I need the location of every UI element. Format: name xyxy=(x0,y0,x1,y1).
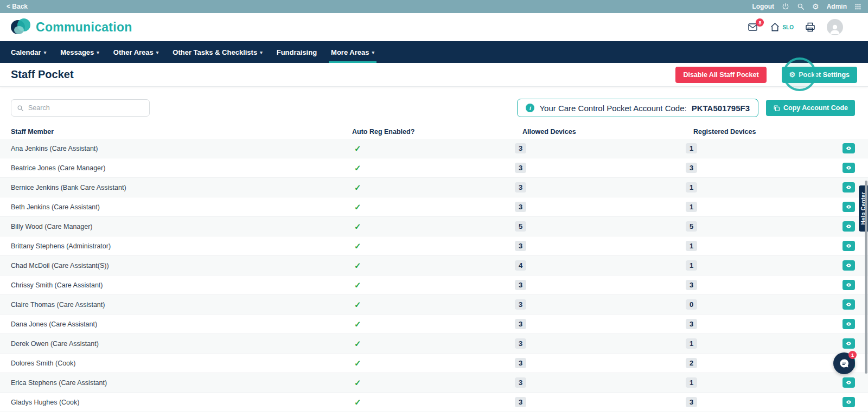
check-icon: ✓ xyxy=(354,397,361,407)
allowed-devices-badge: 3 xyxy=(515,143,526,153)
toolbar-right-group: i Your Care Control Pocket Account Code:… xyxy=(517,99,855,117)
registered-devices-cell: 1 xyxy=(693,260,830,271)
page-title: Staff Pocket xyxy=(11,68,74,81)
view-devices-button[interactable] xyxy=(843,163,855,173)
nav-item-label: More Areas xyxy=(331,48,369,56)
eye-icon xyxy=(845,380,852,386)
disable-all-staff-pocket-button[interactable]: Disable All Staff Pocket xyxy=(675,67,766,83)
scrollbar-thumb[interactable] xyxy=(865,181,867,374)
staff-name: Dana Jones (Care Assistant) xyxy=(11,320,352,328)
pocket-settings-button[interactable]: ⚙ Pocket Settings xyxy=(782,67,857,83)
check-icon: ✓ xyxy=(354,378,361,387)
eye-icon xyxy=(845,145,852,151)
check-icon: ✓ xyxy=(354,144,361,153)
topbar-right-group: Logout ⚙ Admin xyxy=(752,2,861,11)
chevron-down-icon: ▾ xyxy=(372,49,374,55)
allowed-devices-cell: 3 xyxy=(522,319,693,329)
account-code-box: i Your Care Control Pocket Account Code:… xyxy=(517,99,758,117)
view-devices-button[interactable] xyxy=(843,319,855,329)
auto-reg-cell: ✓ xyxy=(352,202,522,212)
beacon-badge: 1 xyxy=(848,351,857,359)
eye-icon xyxy=(845,262,852,268)
search-icon[interactable] xyxy=(797,3,805,10)
back-button[interactable]: < Back xyxy=(7,3,28,10)
eye-icon xyxy=(845,204,852,210)
view-devices-button[interactable] xyxy=(843,202,855,212)
home-icon[interactable]: SLO xyxy=(770,22,794,32)
eye-icon xyxy=(845,321,852,327)
view-devices-button[interactable] xyxy=(843,143,855,153)
allowed-devices-cell: 3 xyxy=(522,358,693,368)
registered-devices-cell: 5 xyxy=(693,221,830,232)
check-icon: ✓ xyxy=(354,163,361,172)
auto-reg-cell: ✓ xyxy=(352,280,522,290)
registered-devices-cell: 3 xyxy=(693,319,830,329)
nav-item-other-tasks-checklists[interactable]: Other Tasks & Checklists ▾ xyxy=(173,41,262,63)
chevron-down-icon: ▾ xyxy=(44,49,47,55)
actions-cell xyxy=(830,280,855,290)
search-box[interactable] xyxy=(11,99,150,117)
print-icon[interactable] xyxy=(805,22,816,33)
staff-name: Bernice Jenkins (Bank Care Assistant) xyxy=(11,184,352,191)
nav-item-calendar[interactable]: Calendar ▾ xyxy=(11,41,46,63)
auto-reg-cell: ✓ xyxy=(352,397,522,407)
table-row: Ana Jenkins (Care Assistant) ✓ 3 1 xyxy=(0,139,868,158)
view-devices-button[interactable] xyxy=(843,299,855,310)
registered-devices-badge: 3 xyxy=(686,163,697,173)
nav-item-fundraising[interactable]: Fundraising xyxy=(277,41,317,63)
page-content: i Your Care Control Pocket Account Code:… xyxy=(0,87,868,412)
allowed-devices-cell: 3 xyxy=(522,397,693,407)
registered-devices-badge: 1 xyxy=(686,377,697,388)
header-icons-group: 8 SLO xyxy=(746,19,857,35)
view-devices-button[interactable] xyxy=(843,397,855,407)
check-icon: ✓ xyxy=(354,222,361,231)
allowed-devices-badge: 3 xyxy=(515,319,526,329)
view-devices-button[interactable] xyxy=(843,260,855,271)
chevron-down-icon: ▾ xyxy=(260,49,263,55)
allowed-devices-cell: 3 xyxy=(522,163,693,173)
title-actions: Disable All Staff Pocket ⚙ Pocket Settin… xyxy=(675,67,857,83)
table-row: Erica Stephens (Care Assistant) ✓ 3 1 xyxy=(0,373,868,393)
nav-item-more-areas[interactable]: More Areas ▾ xyxy=(331,41,374,63)
auto-reg-cell: ✓ xyxy=(352,144,522,153)
copy-account-code-button[interactable]: Copy Account Code xyxy=(766,100,855,116)
view-devices-button[interactable] xyxy=(843,338,855,349)
actions-cell xyxy=(830,202,855,212)
auto-reg-cell: ✓ xyxy=(352,241,522,251)
allowed-devices-badge: 3 xyxy=(515,280,526,290)
view-devices-button[interactable] xyxy=(843,377,855,388)
view-devices-button[interactable] xyxy=(843,241,855,251)
allowed-devices-badge: 3 xyxy=(515,358,526,368)
view-devices-button[interactable] xyxy=(843,280,855,290)
search-input[interactable] xyxy=(28,104,144,112)
actions-cell xyxy=(830,377,855,388)
allowed-devices-cell: 3 xyxy=(522,377,693,388)
mail-icon[interactable]: 8 xyxy=(746,22,759,32)
logout-button[interactable]: Logout xyxy=(752,3,774,10)
gear-icon[interactable]: ⚙ xyxy=(812,2,819,11)
allowed-devices-cell: 3 xyxy=(522,182,693,193)
table-row: Billy Wood (Care Manager) ✓ 5 5 xyxy=(0,217,868,236)
copy-icon xyxy=(773,105,780,112)
nav-item-other-areas[interactable]: Other Areas ▾ xyxy=(113,41,158,63)
view-devices-button[interactable] xyxy=(843,182,855,193)
auto-reg-cell: ✓ xyxy=(352,222,522,232)
apps-grid-icon[interactable] xyxy=(854,3,861,10)
view-devices-button[interactable] xyxy=(843,221,855,232)
table-row: Dana Jones (Care Assistant) ✓ 3 3 xyxy=(0,315,868,334)
allowed-devices-badge: 4 xyxy=(515,260,526,271)
admin-menu[interactable]: Admin xyxy=(827,3,847,10)
logout-power-icon[interactable] xyxy=(782,3,789,10)
registered-devices-cell: 0 xyxy=(693,299,830,310)
registered-devices-cell: 2 xyxy=(693,358,830,368)
actions-cell xyxy=(830,182,855,193)
allowed-devices-cell: 3 xyxy=(522,202,693,212)
help-beacon-button[interactable]: 1 xyxy=(833,352,855,374)
auto-reg-cell: ✓ xyxy=(352,183,522,193)
registered-devices-badge: 3 xyxy=(686,319,697,329)
allowed-devices-cell: 3 xyxy=(522,143,693,153)
avatar[interactable] xyxy=(827,19,843,35)
app-title: Communication xyxy=(36,20,132,35)
eye-icon xyxy=(845,243,852,249)
nav-item-messages[interactable]: Messages ▾ xyxy=(60,41,99,63)
